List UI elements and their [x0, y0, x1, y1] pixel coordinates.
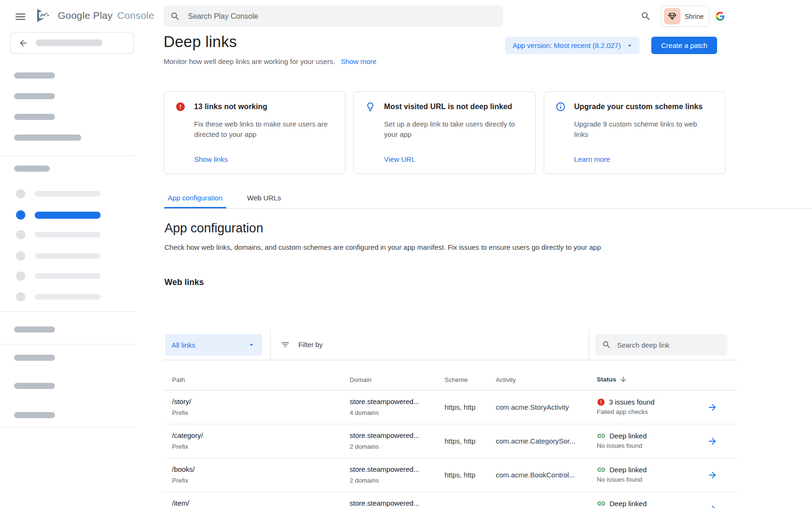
table-row[interactable]: /category/Prefix store.steampowered...2 …: [164, 424, 737, 458]
divider: [589, 329, 589, 360]
status-subtext: Failed app checks: [597, 408, 707, 417]
create-patch-button[interactable]: Create a patch: [651, 37, 717, 54]
sort-descending-icon[interactable]: [619, 375, 627, 383]
sidebar-skeleton-item[interactable]: [16, 230, 101, 239]
deep-link-search[interactable]: [595, 334, 727, 356]
sidebar-skeleton-item[interactable]: [16, 189, 101, 198]
section-description: Check how web links, domains, and custom…: [164, 243, 601, 251]
info-icon: [555, 102, 566, 112]
deep-link-search-input[interactable]: [617, 341, 716, 349]
sidebar-skeleton-item[interactable]: [14, 355, 55, 361]
row-detail-arrow[interactable]: [707, 504, 718, 508]
column-scheme[interactable]: Scheme: [445, 376, 496, 383]
table-row[interactable]: /books/Prefix store.steampowered...2 dom…: [164, 458, 737, 492]
filter-icon: [281, 340, 290, 349]
logo-text-google-play: Google Play: [58, 10, 113, 21]
scheme-value: https, http: [445, 437, 496, 445]
tab-web-urls[interactable]: Web URLs: [247, 194, 281, 208]
row-detail-arrow[interactable]: [707, 470, 718, 480]
sidebar-skeleton-item[interactable]: [16, 251, 101, 261]
search-icon: [170, 11, 180, 22]
column-activity[interactable]: Activity: [496, 376, 597, 383]
lightbulb-icon: [365, 102, 375, 112]
row-detail-arrow[interactable]: [707, 402, 718, 413]
sidebar-skeleton-item[interactable]: [14, 93, 55, 99]
show-more-link[interactable]: Show more: [341, 57, 376, 65]
back-arrow-icon[interactable]: [18, 38, 28, 48]
filter-bar: All links Filter by: [164, 329, 737, 360]
app-selector[interactable]: Shrine: [661, 6, 710, 27]
path-type: Prefix: [172, 476, 350, 485]
web-links-title: Web links: [164, 278, 204, 287]
app-version-dropdown[interactable]: App version: Most recent (8.2.027): [505, 37, 640, 54]
domain-count: 2 domains: [350, 476, 445, 485]
status-text: Deep linked: [609, 466, 647, 474]
show-links-link[interactable]: Show links: [194, 155, 228, 163]
link-icon: [597, 465, 606, 474]
table-header: Path Domain Scheme Activity Status: [164, 360, 737, 390]
column-domain[interactable]: Domain: [350, 376, 445, 383]
web-links-table: Path Domain Scheme Activity Status /stor…: [164, 360, 737, 508]
sidebar-divider: [0, 155, 136, 156]
google-g-icon: [715, 11, 725, 21]
status-subtext: No issues found: [597, 442, 707, 451]
card-body: Upgrade 9 custom scheme links to web lin…: [574, 119, 709, 140]
row-detail-arrow[interactable]: [707, 436, 718, 446]
card-upgrade-schemes: Upgrade your custom scheme links Upgrade…: [544, 91, 726, 174]
activity-value: com.acme.BookControl...: [496, 471, 597, 479]
sidebar-skeleton-item[interactable]: [16, 271, 101, 281]
status-text: Deep linked: [609, 432, 647, 440]
console-search-bar[interactable]: [164, 6, 503, 27]
links-filter-dropdown[interactable]: All links: [165, 334, 262, 356]
view-url-link[interactable]: View URL: [384, 155, 415, 163]
sidebar-skeleton-item[interactable]: [14, 135, 81, 141]
search-icon: [602, 340, 611, 349]
error-icon: [175, 102, 186, 112]
path-value: /story/: [172, 397, 350, 406]
chevron-down-icon: [247, 341, 256, 349]
sidebar-skeleton-item[interactable]: [14, 114, 55, 120]
sidebar-divider: [0, 344, 136, 344]
play-console-icon: [35, 8, 53, 24]
activity-value: com.acme.StoryActivity: [496, 403, 597, 411]
sidebar-item-active[interactable]: [16, 210, 101, 220]
sidebar-skeleton-item[interactable]: [14, 383, 55, 389]
google-account-button[interactable]: [712, 8, 728, 24]
table-row[interactable]: /story/Prefix store.steampowered...4 dom…: [164, 390, 737, 424]
sidebar-skeleton-item[interactable]: [14, 326, 55, 333]
menu-icon[interactable]: [14, 10, 27, 23]
column-status[interactable]: Status: [597, 375, 707, 383]
app-name: Shrine: [685, 13, 703, 20]
filter-by-label: Filter by: [298, 341, 323, 349]
sidebar-skeleton-item[interactable]: [16, 292, 101, 302]
column-path[interactable]: Path: [172, 376, 350, 383]
sidebar-skeleton-item[interactable]: [14, 412, 55, 418]
divider: [270, 329, 271, 360]
status-badge: Deep linked No issues found: [597, 465, 707, 484]
search-icon[interactable]: [640, 11, 651, 22]
learn-more-link[interactable]: Learn more: [574, 155, 610, 163]
app-icon: [664, 8, 680, 24]
sidebar-divider: [0, 427, 136, 428]
filter-by-button[interactable]: Filter by: [281, 329, 323, 360]
sidebar-skeleton-item[interactable]: [14, 72, 55, 79]
table-row[interactable]: /item/ store.steampowered... Deep linked: [164, 492, 737, 508]
console-search-input[interactable]: [188, 12, 470, 21]
sidebar-skeleton-item[interactable]: [14, 166, 50, 172]
scheme-value: https, http: [445, 471, 496, 479]
domain-value: store.steampowered...: [350, 499, 445, 508]
error-icon: [597, 398, 605, 406]
link-icon: [597, 499, 606, 508]
status-text: 3 issues found: [609, 398, 655, 406]
links-filter-value: All links: [172, 341, 195, 349]
card-title: Most visited URL is not deep linked: [384, 103, 512, 111]
google-play-console-logo[interactable]: Google Play Console: [35, 8, 154, 24]
tab-app-configuration[interactable]: App configuration: [168, 194, 223, 208]
status-badge: Deep linked: [597, 499, 707, 508]
back-navigation[interactable]: [10, 32, 134, 54]
page-subtitle: Monitor how well deep links are working …: [164, 57, 335, 65]
status-badge: Deep linked No issues found: [597, 431, 707, 451]
activity-value: com.acme.CategorySor...: [496, 437, 597, 445]
card-title: 13 links not working: [194, 103, 267, 111]
scheme-value: https, http: [445, 403, 496, 411]
